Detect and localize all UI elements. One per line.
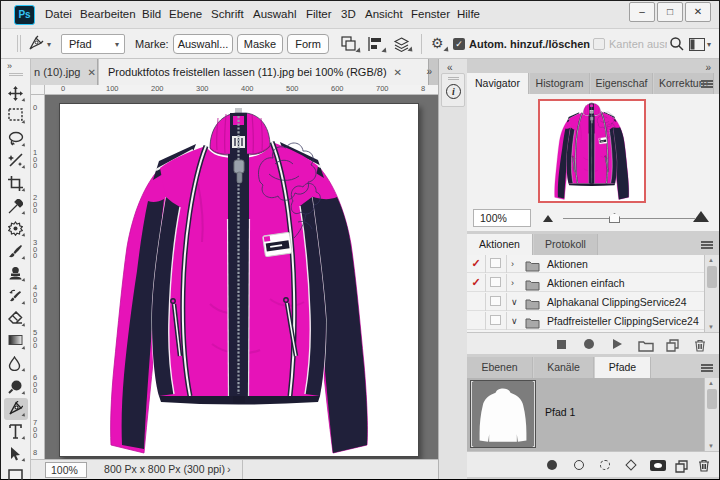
blur-tool[interactable]: [4, 353, 28, 375]
menu-bearbeiten[interactable]: Bearbeiten: [73, 1, 143, 28]
selection-as-path-icon[interactable]: [625, 459, 636, 470]
action-row[interactable]: ✓ › Aktionen: [467, 255, 704, 273]
dodge-tool[interactable]: [4, 376, 28, 398]
path-as-selection-icon[interactable]: [600, 460, 610, 470]
shape-tool[interactable]: [4, 466, 28, 480]
tab-pfade[interactable]: Pfade: [595, 357, 651, 378]
tab-ebenen[interactable]: Ebenen: [467, 357, 533, 378]
menu-hilfe[interactable]: Hilfe: [450, 1, 487, 28]
workspace-icon[interactable]: [689, 37, 705, 55]
tab-histogram[interactable]: Histogram: [530, 73, 590, 94]
minimize-button[interactable]: –: [629, 2, 655, 22]
tab-overflow-icon[interactable]: »: [426, 59, 432, 85]
maske-button[interactable]: Maske: [237, 34, 283, 54]
marquee-tool[interactable]: [4, 105, 28, 127]
actions-scrollbar[interactable]: ▲ ▼: [704, 255, 719, 332]
move-tool[interactable]: [4, 83, 28, 105]
stroke-path-icon[interactable]: [574, 460, 584, 470]
action-label[interactable]: Aktionen einfach: [547, 274, 625, 292]
brush-tool[interactable]: [4, 241, 28, 263]
paths-scrollbar[interactable]: ▲ ▼: [704, 378, 719, 451]
jacket-image[interactable]: [59, 103, 419, 457]
crop-tool[interactable]: [4, 173, 28, 195]
dock-collapse-right-icon[interactable]: »: [705, 62, 711, 73]
path-name[interactable]: Pfad 1: [545, 406, 575, 418]
action-row[interactable]: ∨ Pfadfreisteller ClippingService24: [467, 312, 704, 330]
menu-filter[interactable]: Filter: [299, 1, 339, 28]
path-selection-tool[interactable]: [4, 443, 28, 465]
info-panel-button[interactable]: i: [441, 73, 465, 107]
gear-icon[interactable]: ⚙: [431, 35, 447, 53]
status-zoom-field[interactable]: 100%: [45, 462, 87, 478]
healing-brush-tool[interactable]: [4, 218, 28, 240]
close-button[interactable]: ✕: [685, 2, 711, 22]
action-label[interactable]: Pfadfreisteller ClippingService24: [547, 312, 699, 330]
auswahl-button[interactable]: Auswahl...: [173, 34, 233, 54]
document-tab-active[interactable]: Produktfotos freistellen lassen (11).jpg…: [99, 59, 429, 85]
scroll-down-icon[interactable]: ▼: [708, 443, 714, 449]
action-check[interactable]: [467, 312, 486, 330]
quick-selection-tool[interactable]: [4, 150, 28, 172]
tab-aktionen[interactable]: Aktionen: [467, 234, 533, 255]
action-row[interactable]: ✓ › Aktionen einfach: [467, 274, 704, 292]
scroll-thumb[interactable]: [707, 266, 717, 288]
disclosure-icon[interactable]: ∨: [511, 293, 523, 311]
navigator-proxy-view[interactable]: [538, 99, 646, 203]
eraser-tool[interactable]: [4, 308, 28, 330]
form-button[interactable]: Form: [287, 34, 329, 54]
document-tab-inactive[interactable]: n (10).jpg✕: [31, 59, 98, 85]
menu-auswahl[interactable]: Auswahl: [246, 1, 303, 28]
toolbar-expand-icon[interactable]: »: [7, 61, 11, 71]
zoom-slider-track[interactable]: [563, 218, 695, 219]
toolbar-grip[interactable]: [9, 73, 23, 76]
action-label[interactable]: Aktionen: [547, 255, 588, 273]
status-chevron-icon[interactable]: ›: [227, 460, 231, 479]
play-icon[interactable]: [613, 339, 622, 349]
action-dialog-toggle[interactable]: [486, 255, 507, 273]
tab-close-icon[interactable]: ✕: [87, 67, 95, 78]
preset-chevron-icon[interactable]: ▾: [47, 40, 51, 49]
new-path-icon[interactable]: [675, 459, 688, 477]
panel-menu-icon[interactable]: [701, 80, 713, 88]
history-brush-tool[interactable]: [4, 286, 28, 308]
type-tool[interactable]: [4, 421, 28, 443]
status-doc-info[interactable]: 800 Px x 800 Px (300 ppi): [87, 460, 243, 479]
record-icon[interactable]: [584, 339, 594, 349]
panel-menu-icon[interactable]: [701, 241, 713, 249]
delete-path-icon[interactable]: [698, 458, 710, 476]
document-canvas[interactable]: [45, 95, 438, 459]
zoom-out-icon[interactable]: [543, 215, 553, 222]
menu-ebene[interactable]: Ebene: [162, 1, 209, 28]
zoom-slider-thumb[interactable]: [609, 213, 620, 223]
panel-menu-icon[interactable]: [701, 364, 713, 372]
disclosure-icon[interactable]: ›: [511, 274, 523, 292]
action-dialog-toggle[interactable]: [486, 293, 507, 311]
auto-addremove-checkbox[interactable]: ✓: [453, 38, 465, 50]
pen-tool-preset-icon[interactable]: [27, 35, 44, 56]
dock-collapse-left-icon[interactable]: «: [447, 62, 453, 73]
stop-icon[interactable]: [557, 340, 566, 349]
action-check[interactable]: ✓: [467, 255, 486, 273]
tab-kanaele[interactable]: Kanäle: [534, 357, 594, 378]
disclosure-icon[interactable]: ›: [511, 255, 523, 273]
menu-schrift[interactable]: Schrift: [204, 1, 251, 28]
path-row-selected[interactable]: Pfad 1: [467, 378, 704, 451]
action-dialog-toggle[interactable]: [486, 312, 507, 330]
workspace-chevron-icon[interactable]: ▾: [707, 40, 711, 49]
action-label[interactable]: Alphakanal ClippingService24: [547, 293, 687, 311]
path-alignment-icon[interactable]: [367, 36, 385, 54]
path-operations-icon[interactable]: [341, 36, 359, 54]
fill-path-icon[interactable]: [547, 460, 557, 470]
maximize-button[interactable]: □: [657, 2, 683, 22]
path-thumbnail[interactable]: [470, 380, 536, 448]
scroll-up-icon[interactable]: ▲: [708, 380, 714, 386]
path-arrangement-icon[interactable]: [393, 35, 411, 53]
eyedropper-tool[interactable]: [4, 196, 28, 218]
clone-stamp-tool[interactable]: [4, 263, 28, 285]
gradient-tool[interactable]: [4, 331, 28, 353]
pick-tool-mode-select[interactable]: Pfad ▾: [61, 34, 125, 54]
scroll-thumb[interactable]: [707, 389, 717, 409]
tab-navigator[interactable]: Navigator: [467, 73, 529, 94]
disclosure-icon[interactable]: ∨: [511, 312, 523, 330]
scroll-up-icon[interactable]: ▲: [708, 257, 714, 263]
